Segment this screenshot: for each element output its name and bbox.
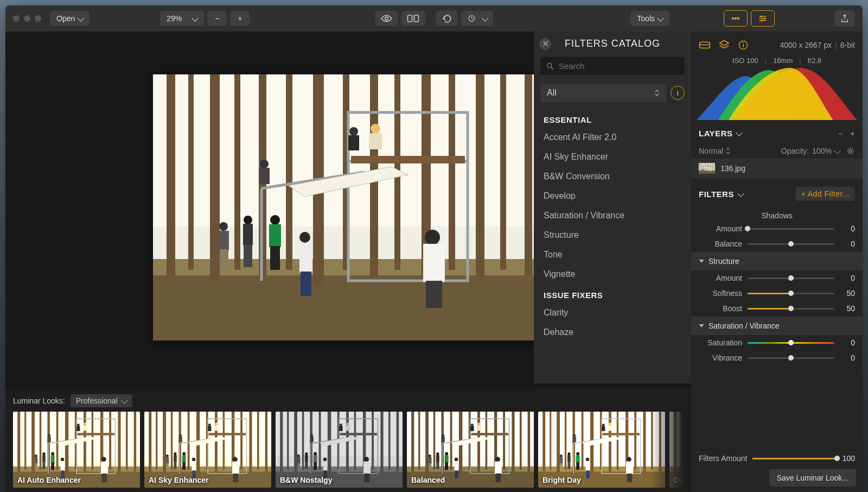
app-window: Open 29% − + Tools	[5, 5, 863, 492]
slider-track[interactable]	[748, 308, 834, 310]
zoom-level[interactable]: 29%	[160, 11, 204, 26]
save-look-button[interactable]: Save Luminar Look...	[769, 469, 856, 487]
look-thumb[interactable]: AI Auto Enhancer	[13, 412, 140, 488]
svg-point-72	[547, 63, 552, 67]
open-button[interactable]: Open	[50, 11, 90, 26]
filter-group-header[interactable]: Saturation / Vibrance	[691, 317, 863, 335]
zoom-in-button[interactable]: +	[230, 11, 250, 26]
preview-eye-button[interactable]	[375, 11, 398, 26]
look-thumb[interactable]: Bright Day	[538, 412, 665, 488]
looks-tab[interactable]	[724, 10, 748, 27]
catalog-item[interactable]: Saturation / Vibrance	[534, 206, 691, 225]
image-dimensions: 4000 x 2667 px	[780, 41, 832, 49]
slider-value: 0	[840, 224, 855, 233]
info-icon[interactable]	[738, 40, 749, 51]
catalog-item[interactable]: Clarity	[534, 303, 691, 323]
tools-button[interactable]: Tools	[630, 11, 669, 26]
slider-track[interactable]	[748, 342, 834, 344]
slider-row: Softness50	[691, 286, 863, 301]
panorama-icon[interactable]	[699, 39, 711, 51]
exif-row: ISO 100|16mm|f/2.8	[691, 53, 863, 66]
look-label: Balanced	[411, 476, 445, 484]
looks-category-select[interactable]: Professional	[71, 394, 132, 407]
look-label: Bright Day	[542, 476, 581, 484]
slider-row: Amount0	[691, 270, 863, 286]
look-label: B&W Nostalgy	[280, 476, 332, 484]
layer-gear-icon[interactable]	[846, 147, 855, 155]
filters-catalog-panel: ✕ FILTERS CATALOG All i ESSENTIALAccent …	[534, 31, 691, 383]
filter-group-header[interactable]: Structure	[691, 252, 863, 270]
slider-row: Balance0	[691, 236, 863, 251]
remove-layer-button[interactable]: −	[838, 129, 843, 138]
history-button[interactable]	[461, 11, 493, 26]
look-thumb[interactable]: AI Sky Enhancer	[144, 412, 271, 488]
catalog-item[interactable]: Dehaze	[534, 323, 691, 342]
search-icon	[546, 62, 554, 71]
svg-line-73	[551, 67, 553, 70]
zoom-out-button[interactable]: −	[207, 11, 227, 26]
slider-label: Boost	[699, 304, 742, 313]
slider-track[interactable]	[748, 357, 834, 359]
add-layer-button[interactable]: +	[850, 129, 855, 138]
slider-value: 50	[840, 304, 855, 313]
slider-label: Amount	[699, 224, 742, 233]
filter-panels: ShadowsAmount0Balance0StructureAmount0So…	[691, 206, 863, 447]
close-catalog-button[interactable]: ✕	[539, 38, 551, 50]
slider-value: 0	[840, 338, 855, 347]
svg-point-68	[385, 17, 388, 20]
catalog-group-header: ESSENTIAL	[534, 109, 691, 128]
catalog-list: ESSENTIALAccent AI Filter 2.0AI Sky Enha…	[534, 105, 691, 383]
filters-tab[interactable]	[751, 10, 775, 27]
catalog-item[interactable]: Structure	[534, 225, 691, 245]
looks-heading: Luminar Looks:	[13, 396, 65, 405]
slider-value: 50	[840, 289, 855, 298]
slider-value: 0	[840, 274, 855, 282]
catalog-info-button[interactable]: i	[671, 86, 685, 100]
zoom-group: 29% − +	[160, 11, 250, 26]
svg-rect-70	[414, 15, 419, 22]
slider-label: Saturation	[699, 338, 742, 347]
look-label: AI Auto Enhancer	[17, 476, 81, 484]
slider-track[interactable]	[748, 293, 834, 294]
catalog-item[interactable]: Tone	[534, 245, 691, 264]
search-input[interactable]	[559, 61, 679, 71]
bit-depth: 8-bit	[840, 41, 855, 49]
undo-button[interactable]	[436, 11, 458, 26]
layers-section-header[interactable]: LAYERS −+	[691, 123, 863, 143]
catalog-item[interactable]: Accent AI Filter 2.0	[534, 128, 691, 147]
right-sidebar: 4000 x 2667 px|8-bit ISO 100|16mm|f/2.8 …	[691, 31, 863, 492]
catalog-item[interactable]: Vignette	[534, 264, 691, 284]
catalog-item[interactable]: Develop	[534, 186, 691, 206]
shadows-subtitle: Shadows	[691, 207, 863, 221]
look-thumb[interactable]: B&W Nostalgy	[276, 412, 403, 488]
slider-value: 0	[840, 354, 855, 362]
main-image	[153, 74, 544, 340]
looks-thumbnails: AI Auto EnhancerAI Sky EnhancerB&W Nosta…	[13, 412, 684, 489]
filters-section-header[interactable]: FILTERS + Add Filter...	[691, 178, 863, 206]
layers-icon[interactable]	[718, 39, 730, 51]
add-filter-button[interactable]: + Add Filter...	[795, 187, 855, 201]
catalog-title: FILTERS CATALOG	[541, 38, 684, 49]
catalog-item[interactable]: B&W Conversion	[534, 167, 691, 186]
look-label: AI Sky Enhancer	[149, 476, 209, 484]
catalog-item[interactable]: AI Sky Enhancer	[534, 147, 691, 167]
slider-track[interactable]	[748, 228, 834, 230]
slider-label: Balance	[699, 239, 742, 248]
slider-row: Saturation0	[691, 335, 863, 350]
catalog-search[interactable]	[540, 57, 685, 75]
layer-item[interactable]: 136.jpg	[691, 159, 863, 178]
slider-track[interactable]	[748, 243, 834, 245]
catalog-scope-select[interactable]: All	[540, 84, 666, 102]
share-button[interactable]	[834, 10, 855, 27]
slider-row: Vibrance0	[691, 350, 863, 365]
histogram	[697, 66, 857, 120]
slider-row: Boost50	[691, 301, 863, 316]
window-controls[interactable]	[13, 15, 41, 22]
blend-mode-select[interactable]: Normal	[699, 147, 731, 155]
slider-track[interactable]	[748, 277, 834, 279]
look-thumb[interactable]: Balanced	[407, 412, 534, 488]
compare-button[interactable]	[401, 11, 425, 26]
filters-amount-slider[interactable]	[752, 458, 837, 459]
opacity-value[interactable]: 100%	[812, 147, 832, 155]
svg-rect-69	[408, 15, 412, 22]
